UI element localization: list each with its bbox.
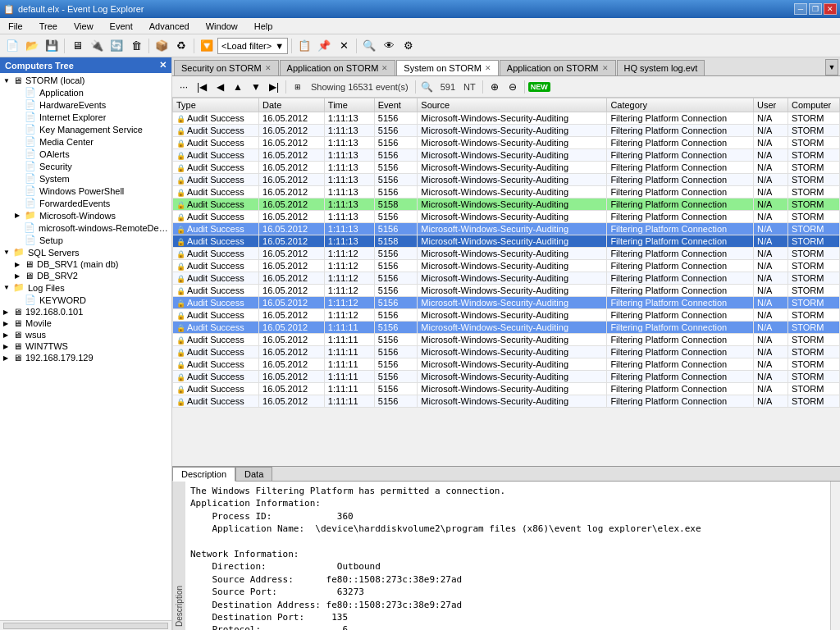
connect-button[interactable]: 🖥 xyxy=(68,37,86,55)
table-row[interactable]: 🔒Audit Success16.05.20121:11:135158Micro… xyxy=(173,199,840,211)
tree-node[interactable]: ▼🖥STORM (local) xyxy=(2,75,170,86)
tab-application1-close[interactable]: ✕ xyxy=(381,64,388,72)
menu-help[interactable]: Help xyxy=(249,20,278,33)
open-button[interactable]: 📂 xyxy=(23,37,41,55)
log-last[interactable]: ▶| xyxy=(266,79,282,95)
expand-icon[interactable]: ▶ xyxy=(15,272,23,280)
expand-icon[interactable]: ▶ xyxy=(3,308,11,316)
minimize-button[interactable]: ─ xyxy=(794,3,807,15)
col-source[interactable]: Source xyxy=(418,98,607,112)
expand-icon[interactable]: ▶ xyxy=(3,354,11,362)
paste-button[interactable]: 📌 xyxy=(315,37,333,55)
table-row[interactable]: 🔒Audit Success16.05.20121:11:135156Micro… xyxy=(173,186,840,199)
table-row[interactable]: 🔒Audit Success16.05.20121:11:125156Micro… xyxy=(173,285,840,297)
tree-node[interactable]: ▶🖥192.168.179.129 xyxy=(2,352,170,363)
menu-tree[interactable]: Tree xyxy=(34,20,62,33)
close-button[interactable]: ✕ xyxy=(824,3,837,15)
tree-node[interactable]: 📄Internet Explorer xyxy=(2,111,170,123)
col-user[interactable]: User xyxy=(753,98,788,112)
tab-security[interactable]: Security on STORM ✕ xyxy=(174,60,279,75)
copy-button[interactable]: 📋 xyxy=(295,37,313,55)
expand-icon[interactable]: ▼ xyxy=(3,284,11,291)
tab-system[interactable]: System on STORM ✕ xyxy=(396,60,499,76)
tab-hq[interactable]: HQ system log.evt xyxy=(617,60,705,75)
tree-node[interactable]: 📄HardwareEvents xyxy=(2,98,170,111)
col-event[interactable]: Event xyxy=(374,98,418,112)
table-row[interactable]: 🔒Audit Success16.05.20121:11:115156Micro… xyxy=(173,395,840,408)
backup-button[interactable]: 📦 xyxy=(153,37,171,55)
tree-node[interactable]: 📄Setup xyxy=(2,234,170,246)
tree-node[interactable]: ▶📁Microsoft-Windows xyxy=(2,209,170,221)
table-row[interactable]: 🔒Audit Success16.05.20121:11:135156Micro… xyxy=(173,223,840,235)
tab-data[interactable]: Data xyxy=(235,467,272,481)
log-filter-toggle[interactable]: ⊞ xyxy=(290,79,306,95)
table-row[interactable]: 🔒Audit Success16.05.20121:11:115156Micro… xyxy=(173,383,840,395)
expand-icon[interactable]: ▶ xyxy=(3,320,11,327)
col-computer[interactable]: Computer xyxy=(788,98,839,112)
table-row[interactable]: 🔒Audit Success16.05.20121:11:135156Micro… xyxy=(173,137,840,149)
menu-window[interactable]: Window xyxy=(201,20,243,33)
expand-icon[interactable]: ▼ xyxy=(3,77,11,84)
tree-node[interactable]: 📄microsoft-windows-RemoteDeskto... xyxy=(2,221,170,234)
log-next[interactable]: ▼ xyxy=(248,79,264,95)
tree-node[interactable]: ▶🖥DB_SRV2 xyxy=(2,270,170,281)
table-row[interactable]: 🔒Audit Success16.05.20121:11:135156Micro… xyxy=(173,162,840,174)
restore-button[interactable]: ❐ xyxy=(809,3,822,15)
tree-node[interactable]: ▶🖥wsus xyxy=(2,329,170,340)
log-add[interactable]: ⊕ xyxy=(486,79,503,95)
description-text[interactable]: The Windows Filtering Platform has permi… xyxy=(185,482,830,630)
clear-button[interactable]: 🗑 xyxy=(127,37,145,55)
table-row[interactable]: 🔒Audit Success16.05.20121:11:135156Micro… xyxy=(173,125,840,137)
tree-node[interactable]: ▶🖥DB_SRV1 (main db) xyxy=(2,258,170,270)
tree-node[interactable]: ▼📁SQL Servers xyxy=(2,246,170,258)
expand-icon[interactable]: ▶ xyxy=(3,331,11,339)
log-minus[interactable]: ⊖ xyxy=(504,79,521,95)
table-row[interactable]: 🔒Audit Success16.05.20121:11:135156Micro… xyxy=(173,174,840,186)
col-category[interactable]: Category xyxy=(607,98,754,112)
col-time[interactable]: Time xyxy=(324,98,374,112)
table-row[interactable]: 🔒Audit Success16.05.20121:11:125156Micro… xyxy=(173,248,840,260)
table-row[interactable]: 🔒Audit Success16.05.20121:11:135156Micro… xyxy=(173,112,840,125)
tree-node[interactable]: 📄Security xyxy=(2,160,170,172)
log-prev-page[interactable]: ◀ xyxy=(212,79,228,95)
tab-application2-close[interactable]: ✕ xyxy=(602,64,609,72)
tree-node[interactable]: 📄KEYWORD xyxy=(2,294,170,306)
new-button[interactable]: 📄 xyxy=(3,37,21,55)
tab-security-close[interactable]: ✕ xyxy=(265,64,272,72)
tree-node[interactable]: ▶🖥192.168.0.101 xyxy=(2,306,170,317)
table-row[interactable]: 🔒Audit Success16.05.20121:11:135156Micro… xyxy=(173,211,840,223)
tree-node[interactable]: 📄ForwardedEvents xyxy=(2,197,170,209)
table-row[interactable]: 🔒Audit Success16.05.20121:11:135156Micro… xyxy=(173,149,840,162)
menu-file[interactable]: File xyxy=(3,20,28,33)
monitor-button[interactable]: 👁 xyxy=(380,37,398,55)
expand-icon[interactable]: ▼ xyxy=(3,249,11,256)
tree-node[interactable]: 📄Windows PowerShell xyxy=(2,185,170,197)
tree-node[interactable]: 📄Application xyxy=(2,86,170,98)
sidebar-close-icon[interactable]: ✕ xyxy=(159,60,167,71)
save-button[interactable]: 💾 xyxy=(43,37,61,55)
log-first[interactable]: |◀ xyxy=(194,79,210,95)
table-row[interactable]: 🔒Audit Success16.05.20121:11:125156Micro… xyxy=(173,272,840,285)
tab-application2[interactable]: Application on STORM ✕ xyxy=(500,60,616,75)
table-row[interactable]: 🔒Audit Success16.05.20121:11:115156Micro… xyxy=(173,334,840,346)
tab-more-button[interactable]: ▼ xyxy=(825,59,838,75)
expand-icon[interactable]: ▶ xyxy=(15,261,23,268)
tree-node[interactable]: 📄System xyxy=(2,172,170,185)
tree-node[interactable]: 📄Media Center xyxy=(2,135,170,148)
properties-button[interactable]: ⚙ xyxy=(399,37,418,55)
sidebar-hscroll[interactable] xyxy=(0,620,171,630)
desc-vscroll[interactable] xyxy=(830,482,840,630)
restore-logs-button[interactable]: ♻ xyxy=(172,37,190,55)
table-scroll[interactable]: Type Date Time Event Source Category Use… xyxy=(172,98,840,466)
table-row[interactable]: 🔒Audit Success16.05.20121:11:115156Micro… xyxy=(173,346,840,358)
expand-icon[interactable]: ▶ xyxy=(15,212,23,219)
delete-button[interactable]: ✕ xyxy=(335,37,353,55)
tab-system-close[interactable]: ✕ xyxy=(485,64,491,72)
tree-node[interactable]: ▶🖥WIN7TWS xyxy=(2,340,170,352)
table-row[interactable]: 🔒Audit Success16.05.20121:11:135158Micro… xyxy=(173,235,840,248)
table-row[interactable]: 🔒Audit Success16.05.20121:11:115156Micro… xyxy=(173,371,840,383)
menu-event[interactable]: Event xyxy=(105,20,138,33)
table-row[interactable]: 🔒Audit Success16.05.20121:11:125156Micro… xyxy=(173,297,840,309)
tree-node[interactable]: 📄Key Management Service xyxy=(2,123,170,135)
menu-view[interactable]: View xyxy=(69,20,98,33)
